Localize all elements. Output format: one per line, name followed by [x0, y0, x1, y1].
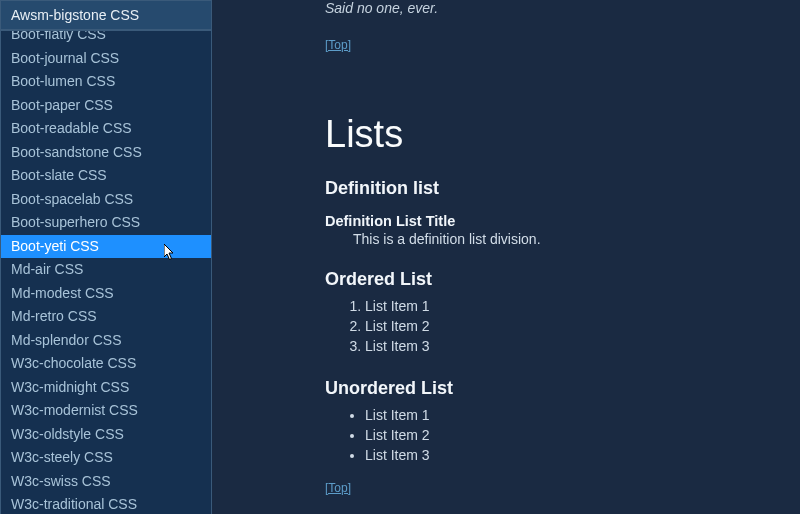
dropdown-item[interactable]: W3c-modernist CSS [1, 399, 211, 423]
dropdown-list[interactable]: Boot-flatly CSSBoot-journal CSSBoot-lume… [0, 30, 212, 514]
css-theme-dropdown[interactable]: Awsm-bigstone CSS Boot-flatly CSSBoot-jo… [0, 0, 212, 514]
lists-heading: Lists [325, 113, 780, 156]
dropdown-item[interactable]: Boot-flatly CSS [1, 30, 211, 47]
list-item: List Item 2 [365, 425, 780, 445]
definition-list-desc: This is a definition list division. [353, 231, 780, 247]
top-link[interactable]: [Top] [325, 38, 351, 52]
dropdown-item[interactable]: Md-modest CSS [1, 282, 211, 306]
list-item: List Item 3 [365, 445, 780, 465]
dropdown-item[interactable]: Md-splendor CSS [1, 329, 211, 353]
list-item: List Item 1 [365, 405, 780, 425]
dropdown-item[interactable]: Boot-spacelab CSS [1, 188, 211, 212]
dropdown-item[interactable]: Boot-lumen CSS [1, 70, 211, 94]
dropdown-item[interactable]: Md-retro CSS [1, 305, 211, 329]
dropdown-item[interactable]: W3c-swiss CSS [1, 470, 211, 494]
list-item: List Item 3 [365, 336, 780, 356]
ordered-list-heading: Ordered List [325, 269, 780, 290]
dropdown-item[interactable]: Boot-yeti CSS [1, 235, 211, 259]
dropdown-item[interactable]: W3c-midnight CSS [1, 376, 211, 400]
dropdown-item[interactable]: W3c-oldstyle CSS [1, 423, 211, 447]
dropdown-item[interactable]: Boot-paper CSS [1, 94, 211, 118]
dropdown-item[interactable]: Boot-journal CSS [1, 47, 211, 71]
dropdown-selected[interactable]: Awsm-bigstone CSS [0, 0, 212, 30]
definition-list-title: Definition List Title [325, 213, 780, 229]
unordered-list: List Item 1List Item 2List Item 3 [365, 405, 780, 465]
dropdown-item[interactable]: W3c-chocolate CSS [1, 352, 211, 376]
dropdown-item[interactable]: W3c-steely CSS [1, 446, 211, 470]
unordered-list-heading: Unordered List [325, 378, 780, 399]
dropdown-item[interactable]: Boot-sandstone CSS [1, 141, 211, 165]
page-content: Said no one, ever. [Top] Lists Definitio… [325, 0, 780, 496]
dropdown-item[interactable]: W3c-traditional CSS [1, 493, 211, 514]
top-link[interactable]: [Top] [325, 481, 351, 495]
definition-list-heading: Definition list [325, 178, 780, 199]
list-item: List Item 2 [365, 316, 780, 336]
list-item: List Item 1 [365, 296, 780, 316]
quote-text: Said no one, ever. [325, 0, 780, 16]
ordered-list: List Item 1List Item 2List Item 3 [365, 296, 780, 356]
dropdown-item[interactable]: Boot-slate CSS [1, 164, 211, 188]
dropdown-item[interactable]: Md-air CSS [1, 258, 211, 282]
dropdown-item[interactable]: Boot-readable CSS [1, 117, 211, 141]
dropdown-item[interactable]: Boot-superhero CSS [1, 211, 211, 235]
